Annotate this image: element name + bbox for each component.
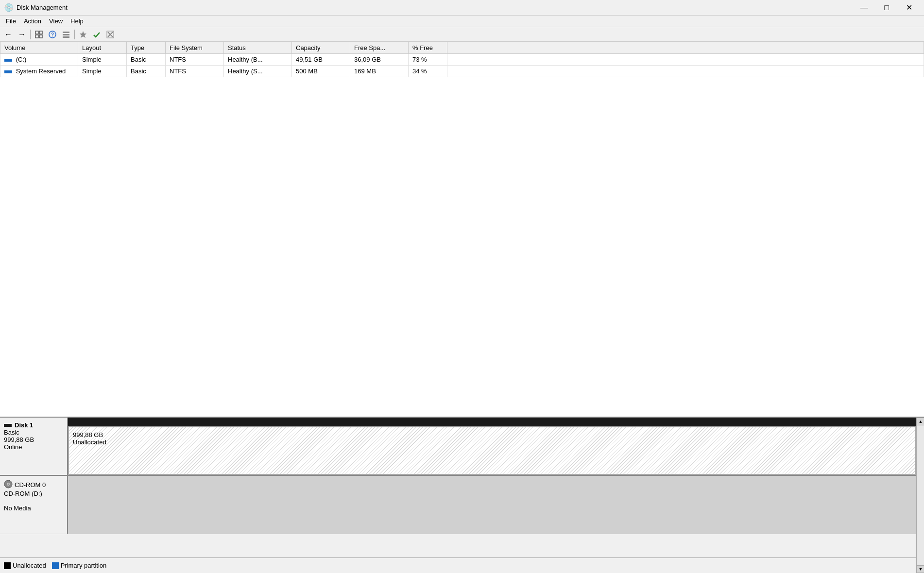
svg-rect-0 <box>35 31 38 34</box>
title-bar-controls: — □ ✕ <box>853 0 920 16</box>
menu-action[interactable]: Action <box>20 17 45 26</box>
disk1-content: 999,88 GB Unallocated <box>68 418 916 475</box>
legend-swatch-primary <box>52 562 59 569</box>
cell-fs-sr: NTFS <box>166 66 224 77</box>
cell-free-sr: 169 MB <box>350 66 409 77</box>
svg-point-15 <box>8 484 9 485</box>
legend-unallocated: Unallocated <box>4 562 46 569</box>
drive-icon-c <box>4 59 12 62</box>
cell-type-sr: Basic <box>127 66 166 77</box>
toolbar-help[interactable]: ? <box>46 29 59 40</box>
cell-extra-sr <box>447 66 924 77</box>
main-content: Volume Layout Type File System Status Ca… <box>0 42 924 573</box>
table-row[interactable]: System Reserved Simple Basic NTFS Health… <box>0 66 924 77</box>
table-area: Volume Layout Type File System Status Ca… <box>0 42 924 418</box>
col-header-status[interactable]: Status <box>224 42 292 54</box>
cell-pct-c: 73 % <box>409 54 447 66</box>
legend-bar: Unallocated Primary partition <box>0 557 916 573</box>
cell-status-c: Healthy (B... <box>224 54 292 66</box>
cell-capacity-sr: 500 MB <box>292 66 350 77</box>
col-header-volume[interactable]: Volume <box>0 42 78 54</box>
svg-rect-2 <box>35 35 38 38</box>
col-header-pctfree[interactable]: % Free <box>409 42 447 54</box>
toolbar-disk-list[interactable] <box>60 29 72 40</box>
table-header-row: Volume Layout Type File System Status Ca… <box>0 42 924 54</box>
scroll-track <box>917 425 924 565</box>
disk1-unallocated[interactable]: 999,88 GB Unallocated <box>68 426 916 475</box>
svg-rect-7 <box>63 34 69 35</box>
svg-rect-1 <box>39 31 42 34</box>
disk-panel-area: Disk 1 Basic 999,88 GB Online 999,88 GB … <box>0 418 924 573</box>
minimize-button[interactable]: — <box>853 0 875 16</box>
disk1-header-bar <box>68 418 916 426</box>
toolbar-check[interactable] <box>90 29 103 40</box>
toolbar-pin[interactable] <box>77 29 89 40</box>
cell-layout-c: Simple <box>78 54 127 66</box>
close-button[interactable]: ✕ <box>898 0 920 16</box>
scroll-up-button[interactable]: ▲ <box>917 418 924 425</box>
cell-extra-c <box>447 54 924 66</box>
toolbar-sep-1 <box>30 30 31 39</box>
cdrom-icon <box>4 480 13 490</box>
cdrom0-row: CD-ROM 0 CD-ROM (D:) No Media <box>0 476 916 534</box>
toolbar-back[interactable]: ← <box>2 29 15 40</box>
toolbar-grid[interactable] <box>33 29 45 40</box>
menu-view[interactable]: View <box>45 17 67 26</box>
cell-capacity-c: 49,51 GB <box>292 54 350 66</box>
col-header-type[interactable]: Type <box>127 42 166 54</box>
cdrom0-content <box>68 476 916 534</box>
toolbar-cancel[interactable] <box>104 29 117 40</box>
col-header-extra <box>447 42 924 54</box>
disk1-row: Disk 1 Basic 999,88 GB Online 999,88 GB … <box>0 418 916 476</box>
svg-rect-3 <box>39 35 42 38</box>
menu-help[interactable]: Help <box>67 17 87 26</box>
legend-primary: Primary partition <box>52 562 107 569</box>
col-header-capacity[interactable]: Capacity <box>292 42 350 54</box>
disk-panel-scrollbar: ▲ ▼ <box>916 418 924 573</box>
col-header-freespace[interactable]: Free Spa... <box>350 42 409 54</box>
table-row[interactable]: (C:) Simple Basic NTFS Healthy (B... 49,… <box>0 54 924 66</box>
svg-marker-9 <box>80 31 86 38</box>
cell-pct-sr: 34 % <box>409 66 447 77</box>
cell-layout-sr: Simple <box>78 66 127 77</box>
legend-swatch-unallocated <box>4 562 11 569</box>
disk1-label: Disk 1 Basic 999,88 GB Online <box>0 418 68 475</box>
cell-type-c: Basic <box>127 54 166 66</box>
toolbar-sep-2 <box>74 30 75 39</box>
title-bar-title: Disk Management <box>17 4 68 11</box>
toolbar-forward[interactable]: → <box>16 29 28 40</box>
svg-rect-8 <box>63 36 69 38</box>
drive-icon-sr <box>4 70 12 73</box>
svg-text:?: ? <box>51 32 54 37</box>
cell-free-c: 36,09 GB <box>350 54 409 66</box>
menu-file[interactable]: File <box>2 17 20 26</box>
maximize-button[interactable]: □ <box>875 0 898 16</box>
cdrom0-label: CD-ROM 0 CD-ROM (D:) No Media <box>0 476 68 534</box>
toolbar: ← → ? <box>0 27 924 42</box>
cell-volume-sr: System Reserved <box>0 66 78 77</box>
disk1-drive-icon <box>4 424 12 427</box>
volume-table: Volume Layout Type File System Status Ca… <box>0 42 924 77</box>
cell-status-sr: Healthy (S... <box>224 66 292 77</box>
col-header-layout[interactable]: Layout <box>78 42 127 54</box>
app-icon: 💿 <box>4 3 14 12</box>
disk-rows: Disk 1 Basic 999,88 GB Online 999,88 GB … <box>0 418 916 534</box>
cell-volume-c: (C:) <box>0 54 78 66</box>
svg-rect-6 <box>63 32 69 33</box>
scroll-down-button[interactable]: ▼ <box>917 565 924 573</box>
title-bar: 💿 Disk Management — □ ✕ <box>0 0 924 16</box>
cell-fs-c: NTFS <box>166 54 224 66</box>
col-header-filesystem[interactable]: File System <box>166 42 224 54</box>
menu-bar: File Action View Help <box>0 16 924 27</box>
